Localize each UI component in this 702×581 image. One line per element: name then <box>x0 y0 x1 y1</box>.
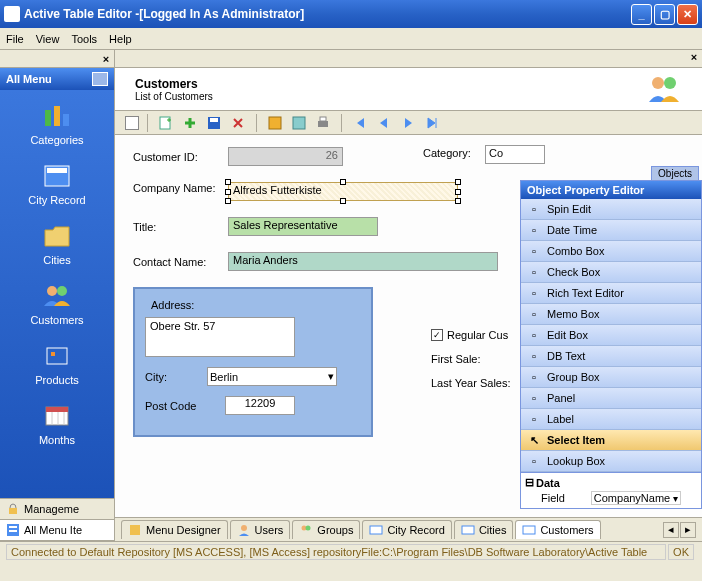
address-legend: Address: <box>149 299 196 311</box>
object-item-icon: ▫ <box>527 202 541 216</box>
menu-view[interactable]: View <box>36 33 60 45</box>
sidebar-header[interactable]: All Menu <box>0 68 114 90</box>
tab-groups[interactable]: Groups <box>292 520 360 539</box>
sidebar-item-city-record[interactable]: City Record <box>0 160 114 206</box>
object-item-lookup-box[interactable]: ▫Lookup Box <box>521 451 701 472</box>
post-code-field[interactable]: 12209 <box>225 396 295 415</box>
tab-customers[interactable]: Customers <box>515 520 600 539</box>
object-item-memo-box[interactable]: ▫Memo Box <box>521 304 701 325</box>
lock-icon <box>6 502 20 516</box>
tab-menu-designer[interactable]: Menu Designer <box>121 520 228 539</box>
svg-point-6 <box>57 286 67 296</box>
maximize-button[interactable]: ▢ <box>654 4 675 25</box>
data-label: Data <box>536 477 560 489</box>
object-item-label: Date Time <box>547 224 597 236</box>
object-item-rich-text-editor[interactable]: ▫Rich Text Editor <box>521 283 701 304</box>
sidebar-item-customers[interactable]: Customers <box>0 280 114 326</box>
customer-id-label: Customer ID: <box>133 151 228 163</box>
menu-icon <box>6 523 20 537</box>
sidebar-label: Cities <box>43 254 71 266</box>
svg-rect-4 <box>47 168 67 173</box>
page-title: Customers <box>135 77 646 91</box>
sidebar-item-categories[interactable]: Categories <box>0 100 114 146</box>
content-close-icon[interactable]: × <box>686 50 702 64</box>
menu-help[interactable]: Help <box>109 33 132 45</box>
object-item-group-box[interactable]: ▫Group Box <box>521 367 701 388</box>
object-item-label: DB Text <box>547 350 585 362</box>
object-item-combo-box[interactable]: ▫Combo Box <box>521 241 701 262</box>
company-name-selection[interactable]: Alfreds Futterkiste <box>228 182 458 201</box>
toolbar-new-icon[interactable] <box>156 113 176 133</box>
page-subtitle: List of Customers <box>135 91 646 102</box>
objects-tab[interactable]: Objects <box>651 166 699 180</box>
object-item-date-time[interactable]: ▫Date Time <box>521 220 701 241</box>
regular-customer-checkbox[interactable]: ✓ <box>431 329 443 341</box>
object-item-check-box[interactable]: ▫Check Box <box>521 262 701 283</box>
sidebar-tab-management[interactable]: Manageme <box>0 499 114 520</box>
menu-tools[interactable]: Tools <box>71 33 97 45</box>
data-field-row[interactable]: Field CompanyName ▾ <box>525 490 697 506</box>
field-value[interactable]: CompanyName ▾ <box>591 491 681 505</box>
collapse-icon[interactable]: ⊟ <box>525 476 534 489</box>
table-icon <box>369 523 383 537</box>
street-field[interactable]: Obere Str. 57 <box>145 317 295 357</box>
tab-label: Cities <box>479 524 507 536</box>
tab-label: City Record <box>387 524 444 536</box>
toolbar-checkbox[interactable] <box>125 116 139 130</box>
sidebar-top: × <box>0 50 114 68</box>
toolbar-print-icon[interactable] <box>313 113 333 133</box>
sidebar-tab-label: All Menu Ite <box>24 524 82 536</box>
regular-customer-label: Regular Cus <box>447 329 508 341</box>
table-icon <box>522 523 536 537</box>
menu-file[interactable]: File <box>6 33 24 45</box>
toolbar-delete-icon[interactable] <box>228 113 248 133</box>
people-icon <box>41 280 73 312</box>
object-item-label: Lookup Box <box>547 455 605 467</box>
object-item-icon: ▫ <box>527 328 541 342</box>
sidebar-label: City Record <box>28 194 85 206</box>
toolbar-export-icon[interactable] <box>289 113 309 133</box>
minimize-button[interactable]: _ <box>631 4 652 25</box>
object-item-label: Group Box <box>547 371 600 383</box>
tab-scroll-right[interactable]: ▸ <box>680 522 696 538</box>
object-item-db-text[interactable]: ▫DB Text <box>521 346 701 367</box>
toolbar-add-icon[interactable] <box>180 113 200 133</box>
close-button[interactable]: ✕ <box>677 4 698 25</box>
nav-next-icon[interactable] <box>398 113 418 133</box>
contact-name-field[interactable]: Maria Anders <box>228 252 498 271</box>
tab-scroll-left[interactable]: ◂ <box>663 522 679 538</box>
title-label: Title: <box>133 221 228 233</box>
sidebar: × All Menu Categories City Record Cities… <box>0 50 115 541</box>
toolbar-save-icon[interactable] <box>204 113 224 133</box>
svg-rect-2 <box>63 114 69 126</box>
tab-users[interactable]: Users <box>230 520 291 539</box>
nav-prev-icon[interactable] <box>374 113 394 133</box>
sidebar-tab-all-menu[interactable]: All Menu Ite <box>0 520 114 541</box>
object-item-icon: ▫ <box>527 244 541 258</box>
object-item-panel[interactable]: ▫Panel <box>521 388 701 409</box>
object-item-select-item[interactable]: ↖Select Item <box>521 430 701 451</box>
sidebar-close-icon[interactable]: × <box>98 52 114 66</box>
nav-last-icon[interactable] <box>422 113 442 133</box>
object-item-spin-edit[interactable]: ▫Spin Edit <box>521 199 701 220</box>
object-item-edit-box[interactable]: ▫Edit Box <box>521 325 701 346</box>
sidebar-item-cities[interactable]: Cities <box>0 220 114 266</box>
menubar: File View Tools Help <box>0 28 702 50</box>
nav-first-icon[interactable] <box>350 113 370 133</box>
sidebar-label: Months <box>39 434 75 446</box>
category-combo[interactable]: Co <box>485 145 545 164</box>
object-item-label: Select Item <box>547 434 605 446</box>
sidebar-item-products[interactable]: Products <box>0 340 114 386</box>
svg-rect-8 <box>51 352 55 356</box>
title-field[interactable]: Sales Representative <box>228 217 378 236</box>
toolbar-import-icon[interactable] <box>265 113 285 133</box>
sidebar-tab-label: Manageme <box>24 503 79 515</box>
object-item-label[interactable]: ▫Label <box>521 409 701 430</box>
tab-city-record[interactable]: City Record <box>362 520 451 539</box>
folder-icon <box>41 220 73 252</box>
svg-rect-1 <box>54 106 60 126</box>
sidebar-item-months[interactable]: Months <box>0 400 114 446</box>
city-combo[interactable]: Berlin ▾ <box>207 367 337 386</box>
tab-cities[interactable]: Cities <box>454 520 514 539</box>
data-section-header[interactable]: ⊟ Data <box>525 475 697 490</box>
